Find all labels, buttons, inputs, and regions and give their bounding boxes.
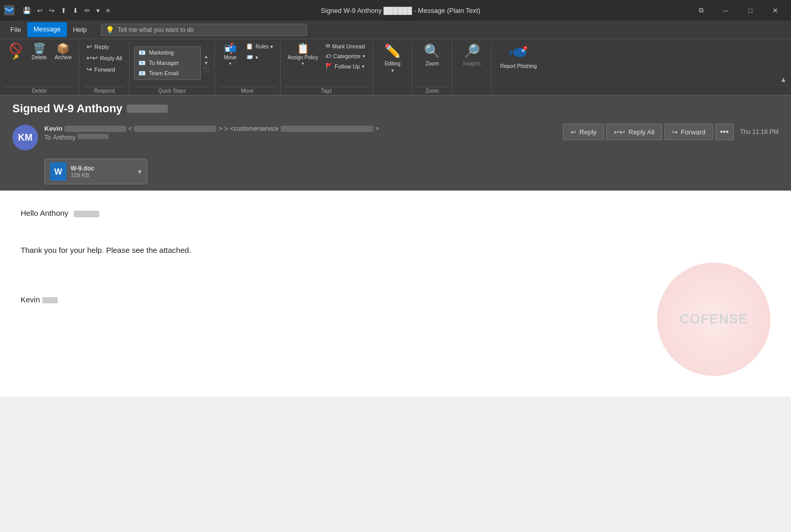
svg-rect-0 xyxy=(5,7,13,13)
no-permission-label: 🔑 xyxy=(13,55,19,60)
editing-icon: ✏️ xyxy=(384,43,401,59)
categorize-button[interactable]: 🏷 Categorize ▾ xyxy=(322,52,368,61)
attachment-expand-icon[interactable]: ▾ xyxy=(138,167,142,176)
forward-label: Forward xyxy=(94,66,115,73)
move-icon: 📬 xyxy=(224,43,237,54)
redo-qat-button[interactable]: ↪ xyxy=(47,6,57,15)
mark-unread-icon: ✉ xyxy=(325,43,330,49)
title-bar: 💾 ↩ ↪ ⬆ ⬇ ✏ ▾ ≡ Signed W-9 Anthony █████… xyxy=(0,0,791,21)
editing-arrow: ▾ xyxy=(391,68,394,73)
zoom-group-content: 🔍 Zoom xyxy=(417,41,448,87)
more-actions-icon: ••• xyxy=(720,127,729,136)
follow-up-button[interactable]: 🚩 Follow Up ▾ xyxy=(322,61,368,71)
svg-point-4 xyxy=(523,50,524,51)
to-label: To xyxy=(44,134,51,141)
respond-buttons: ↩ Reply ↩↩ Reply All ↪ Forward xyxy=(83,41,125,75)
to-email-redacted xyxy=(281,126,373,132)
mark-unread-button[interactable]: ✉ Mark Unread xyxy=(322,41,368,51)
qs-scroll-up-button[interactable]: ▲ xyxy=(202,53,210,60)
maximize-button[interactable]: □ xyxy=(738,2,762,19)
minimize-button[interactable]: ─ xyxy=(714,2,737,19)
reply-all-ribbon-button[interactable]: ↩↩ Reply All xyxy=(83,53,125,63)
svg-text:W: W xyxy=(54,167,62,176)
delete-button[interactable]: 🗑️ Delete xyxy=(28,41,50,62)
menu-bar: File Message Help 💡 Tell me what you wan… xyxy=(0,21,791,39)
qs-expand-button[interactable]: ⬛ xyxy=(202,66,210,73)
cofense-circle: COFENSE xyxy=(657,263,770,376)
move-button[interactable]: 📬 Move ▾ xyxy=(219,41,242,68)
app-icon xyxy=(4,5,14,15)
zoom-group-label: Zoom xyxy=(417,87,448,95)
ribbon-group-delete: 🚫 🔑 🗑️ Delete 📦 Archive Delete xyxy=(0,41,79,95)
attachment-size: 109 KB xyxy=(71,172,134,178)
archive-button[interactable]: 📦 Archive xyxy=(51,41,75,62)
qs-scroll-controls: ▲ ▼ ⬛ xyxy=(202,52,210,74)
forward-action-button[interactable]: ↪ Forward xyxy=(664,124,713,140)
mark-unread-label: Mark Unread xyxy=(332,43,365,49)
reply-ribbon-button[interactable]: ↩ Reply xyxy=(83,41,125,52)
restore-button[interactable]: ⧉ xyxy=(689,2,713,19)
assign-policy-arrow: ▾ xyxy=(302,61,304,66)
email-from-info: Kevin < > > <customerservice > To Anthon… xyxy=(44,125,379,141)
reply-all-action-button[interactable]: ↩↩ Reply All xyxy=(606,124,662,140)
attachment-info: W-9.doc 109 KB xyxy=(71,165,134,178)
categorize-arrow: ▾ xyxy=(363,54,365,59)
ribbon-group-tags: 📋 Assign Policy ▾ ✉ Mark Unread 🏷 Catego… xyxy=(281,41,373,95)
action-row: ↩ Reply ↩↩ Reply All ↪ Forward ••• Thu 1… xyxy=(563,119,779,144)
sender-name-redacted xyxy=(64,126,126,132)
email-angle-bracket-close: > xyxy=(218,125,222,132)
archive-label: Archive xyxy=(55,55,72,60)
move-rules-button[interactable]: 📋 Rules ▾ xyxy=(243,41,276,52)
more-actions-button[interactable]: ••• xyxy=(715,124,734,140)
ribbon-group-zoom: 🔍 Zoom Zoom xyxy=(412,41,452,95)
qs-team-icon: 📧 xyxy=(139,70,146,77)
download-qat-button[interactable]: ⬇ xyxy=(71,6,80,15)
delete-group-label: Delete xyxy=(4,87,75,95)
reply-action-button[interactable]: ↩ Reply xyxy=(563,124,604,140)
close-button[interactable]: ✕ xyxy=(763,2,787,19)
menu-file[interactable]: File xyxy=(4,23,27,37)
zoom-icon: 🔍 xyxy=(424,43,440,59)
to-address-close: > xyxy=(375,125,379,132)
attachment-item[interactable]: W W-9.doc 109 KB ▾ xyxy=(44,159,147,184)
editing-button[interactable]: ✏️ Editing ▾ xyxy=(377,41,408,75)
pen-qat-button[interactable]: ✏ xyxy=(82,6,92,15)
zoom-label: Zoom xyxy=(425,61,439,66)
zoom-button[interactable]: 🔍 Zoom xyxy=(417,41,448,68)
reply-action-icon: ↩ xyxy=(571,128,576,136)
report-phishing-button[interactable]: ? Report Phishing xyxy=(496,41,541,72)
move-extra-icon: 📨 xyxy=(246,54,253,61)
customize-qat-button[interactable]: ≡ xyxy=(104,6,112,15)
qs-to-manager[interactable]: 📧 To Manager xyxy=(135,58,199,68)
undo-qat-button[interactable]: ↩ xyxy=(35,6,45,15)
qs-marketing[interactable]: 📧 Marketing xyxy=(135,48,199,58)
forward-ribbon-button[interactable]: ↪ Forward xyxy=(83,64,125,75)
tell-me-search[interactable]: 💡 Tell me what you want to do xyxy=(101,24,307,36)
reply-all-icon: ↩↩ xyxy=(87,54,98,62)
email-subject: Signed W-9 Anthony xyxy=(12,102,779,115)
move-dropdown-arrow: ▾ xyxy=(229,61,231,66)
report-phishing-label: Report Phishing xyxy=(500,63,537,70)
tags-group-label: Tags xyxy=(285,87,369,95)
reply-all-label: Reply All xyxy=(100,55,122,61)
menu-message[interactable]: Message xyxy=(27,22,67,37)
qs-scroll-down-button[interactable]: ▼ xyxy=(202,60,210,66)
no-permission-button[interactable]: 🚫 🔑 xyxy=(4,41,27,62)
email-timestamp: Thu 11:18 PM xyxy=(736,128,779,135)
delete-label: Delete xyxy=(32,55,47,60)
insights-button[interactable]: 🔎 Insights xyxy=(456,41,487,68)
dropdown-qat-button[interactable]: ▾ xyxy=(94,6,102,15)
qs-team-label: Team Email xyxy=(149,70,178,76)
ribbon-collapse-button[interactable]: ▲ xyxy=(780,75,787,83)
assign-policy-button[interactable]: 📋 Assign Policy ▾ xyxy=(285,41,321,68)
insights-icon: 🔎 xyxy=(463,43,480,59)
assign-policy-label: Assign Policy xyxy=(288,55,318,60)
menu-help[interactable]: Help xyxy=(67,23,93,37)
from-line: Kevin < > > <customerservice > xyxy=(44,125,379,132)
upload-qat-button[interactable]: ⬆ xyxy=(59,6,68,15)
phishing-fish-icon: ? xyxy=(509,43,528,62)
move-extra-button[interactable]: 📨 ▾ xyxy=(243,52,276,62)
qs-team-email[interactable]: 📧 Team Email xyxy=(135,68,199,78)
reply-action-label: Reply xyxy=(579,128,596,136)
save-qat-button[interactable]: 💾 xyxy=(21,6,33,15)
